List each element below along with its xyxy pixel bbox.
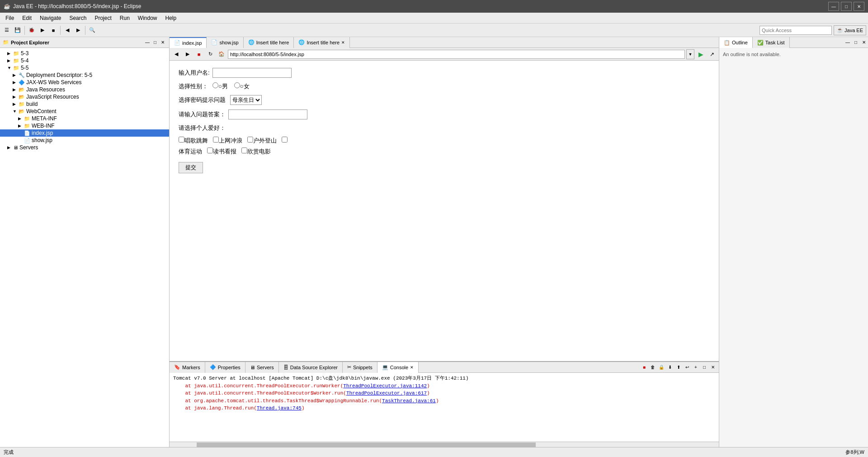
- menu-window[interactable]: Window: [134, 14, 161, 22]
- tree-item-build[interactable]: ▶ 📁 build: [0, 100, 169, 108]
- gender-row: 选择性别： ○男 ○女: [179, 82, 710, 90]
- tree-item-js-resources[interactable]: ▶ 📂 JavaScript Resources: [0, 93, 169, 100]
- panel-close-bottom-btn[interactable]: ✕: [709, 363, 717, 371]
- stop-button[interactable]: ■: [48, 25, 58, 35]
- tab-properties[interactable]: 🔷 Properties: [205, 362, 245, 373]
- panel-max-btn[interactable]: □: [151, 39, 159, 46]
- submit-button[interactable]: 提交: [179, 162, 203, 173]
- rpanel-tab-tasklist[interactable]: ✅ Task List: [753, 37, 790, 48]
- menu-edit[interactable]: Edit: [19, 14, 35, 22]
- tab-show-jsp[interactable]: 📄 show.jsp: [207, 37, 243, 48]
- quick-access-input[interactable]: [760, 26, 832, 35]
- tree-item-web-inf[interactable]: ▶ 📁 WEB-INF: [0, 122, 169, 129]
- hobby-surf-cb[interactable]: [213, 137, 219, 143]
- search-button[interactable]: 🔍: [87, 25, 97, 35]
- markers-label: Markers: [182, 365, 200, 370]
- prev-button[interactable]: ◀: [62, 25, 72, 35]
- rpanel-tab-outline[interactable]: 📋 Outline: [719, 37, 753, 48]
- console-scroll-start-btn[interactable]: ⬆: [675, 363, 683, 371]
- save-button[interactable]: 💾: [13, 25, 23, 35]
- tab-datasource[interactable]: 🗄 Data Source Explorer: [279, 362, 343, 373]
- menu-help[interactable]: Help: [162, 14, 180, 22]
- tree-item-index-jsp[interactable]: 📄 index.jsp: [0, 129, 169, 137]
- browser-go-btn[interactable]: ▶: [696, 49, 706, 59]
- console-content: Tomcat v7.0 Server at localhost [Apache …: [170, 373, 719, 442]
- console-link-2[interactable]: ThreadPoolExecutor.java:617: [346, 390, 427, 396]
- url-bar[interactable]: [228, 50, 685, 59]
- console-scroll-lock-btn[interactable]: 🔒: [657, 363, 665, 371]
- menu-run[interactable]: Run: [116, 14, 133, 22]
- gender-female-radio[interactable]: [234, 82, 240, 88]
- console-link-1[interactable]: ThreadPoolExecutor.java:1142: [343, 383, 427, 389]
- browser-refresh-btn[interactable]: ↻: [205, 49, 215, 59]
- tab-index-jsp[interactable]: 📄 index.jsp: [170, 37, 207, 48]
- rpanel-min-btn[interactable]: —: [844, 38, 852, 47]
- hobby-reading-cb[interactable]: [207, 148, 213, 153]
- menu-file[interactable]: File: [2, 14, 18, 22]
- console-clear-btn[interactable]: 🗑: [649, 363, 657, 371]
- console-tab-close[interactable]: ✕: [410, 365, 414, 370]
- tree-item-5-3[interactable]: ▶ 📁 5-3: [0, 50, 169, 57]
- hobby-hiking-cb[interactable]: [247, 137, 253, 143]
- tree-item-webcontent[interactable]: ▼ 📂 WebContent: [0, 108, 169, 115]
- tree-item-servers[interactable]: ▶ 🖥 Servers: [0, 144, 169, 151]
- minimize-button[interactable]: —: [828, 2, 839, 11]
- console-link-3[interactable]: TaskThread.java:61: [382, 398, 436, 404]
- tab-insert-title-1[interactable]: 🌐 Insert title here: [244, 37, 294, 48]
- browser-stop-btn[interactable]: ■: [194, 49, 204, 59]
- hobby-singing-cb[interactable]: [179, 137, 184, 143]
- rpanel-close-btn[interactable]: ✕: [860, 38, 868, 47]
- panel-close-btn[interactable]: ✕: [159, 39, 166, 46]
- tab-console[interactable]: 💻 Console ✕: [377, 362, 419, 373]
- answer-input[interactable]: [228, 109, 307, 119]
- scrollbar-thumb[interactable]: [197, 443, 536, 447]
- console-new-console-btn[interactable]: +: [692, 363, 700, 371]
- panel-minimize-btn[interactable]: —: [144, 39, 151, 46]
- tab-snippets[interactable]: ✂ Snippets: [343, 362, 377, 373]
- console-scroll-end-btn[interactable]: ⬇: [666, 363, 674, 371]
- tree-item-5-5[interactable]: ▼ 📁 5-5: [0, 64, 169, 71]
- console-stop-btn[interactable]: ■: [640, 363, 648, 371]
- gender-male-radio[interactable]: [212, 82, 218, 88]
- browser-back-btn[interactable]: ◀: [171, 49, 181, 59]
- console-link-4[interactable]: Thread.java:745: [257, 405, 302, 411]
- run-button[interactable]: ▶: [38, 25, 47, 35]
- tree-item-deployment[interactable]: ▶ 🔧 Deployment Descriptor: 5-5: [0, 71, 169, 79]
- tree-item-5-4[interactable]: ▶ 📁 5-4: [0, 57, 169, 64]
- project-explorer-icon: 📁: [3, 39, 9, 45]
- hobby-movie-cb[interactable]: [241, 148, 247, 153]
- close-window-button[interactable]: ✕: [854, 2, 864, 11]
- debug-button[interactable]: 🐞: [27, 25, 37, 35]
- security-question-select[interactable]: 母亲生日 出生地 宠物名称: [230, 95, 262, 105]
- project-explorer-title-area: 📁 Project Explorer: [3, 39, 49, 45]
- tree-item-show-jsp[interactable]: 📄 show.jsp: [0, 137, 169, 144]
- maximize-button[interactable]: □: [841, 2, 852, 11]
- browser-forward-btn[interactable]: ▶: [183, 49, 193, 59]
- username-input[interactable]: [212, 68, 292, 78]
- panel-max-bottom-btn[interactable]: □: [700, 363, 708, 371]
- menu-project[interactable]: Project: [91, 14, 115, 22]
- hobby-sports-cb[interactable]: [282, 137, 288, 143]
- java-ee-perspective-button[interactable]: ☕ Java EE: [834, 25, 866, 35]
- arrow-js-resources: ▶: [13, 95, 17, 99]
- tab-close-icon[interactable]: ✕: [341, 40, 345, 45]
- next-button[interactable]: ▶: [73, 25, 83, 35]
- answer-label: 请输入问题答案：: [179, 110, 226, 119]
- tab-markers[interactable]: 🔖 Markers: [170, 362, 205, 373]
- menu-search[interactable]: Search: [66, 14, 90, 22]
- tab-insert-title-1-label: Insert title here: [256, 40, 289, 45]
- tab-insert-title-2[interactable]: 🌐 Insert title here ✕: [294, 37, 350, 48]
- url-combo-btn[interactable]: ▼: [686, 49, 694, 59]
- rpanel-max-btn[interactable]: □: [852, 38, 860, 47]
- new-button[interactable]: ☰: [2, 25, 12, 35]
- tree-item-meta-inf[interactable]: ▶ 📁 META-INF: [0, 115, 169, 122]
- browser-home-btn[interactable]: 🏠: [217, 49, 226, 59]
- console-word-wrap-btn[interactable]: ↩: [683, 363, 691, 371]
- tree-item-java-resources[interactable]: ▶ 📂 Java Resources: [0, 86, 169, 93]
- quick-access-box: ☕ Java EE: [760, 25, 866, 35]
- open-external-btn[interactable]: ↗: [707, 49, 717, 59]
- menu-navigate[interactable]: Navigate: [36, 14, 65, 22]
- tree-item-jaxws[interactable]: ▶ 🔷 JAX-WS Web Services: [0, 79, 169, 86]
- bottom-scrollbar[interactable]: [170, 442, 719, 447]
- tab-servers[interactable]: 🖥 Servers: [245, 362, 279, 373]
